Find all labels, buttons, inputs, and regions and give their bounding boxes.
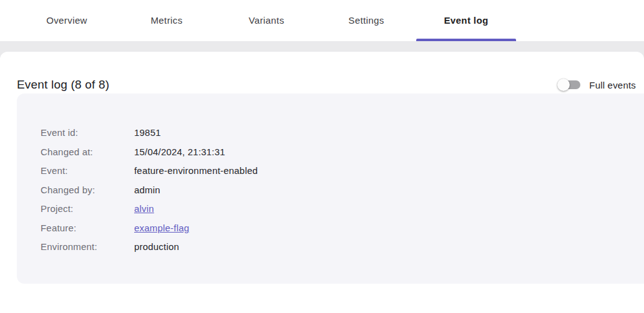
tab-bar: Overview Metrics Variants Settings Event… [0, 0, 644, 41]
event-row-environment: Environment: production [41, 238, 632, 257]
environment-value: production [134, 238, 179, 257]
event-row-label: Changed at: [41, 143, 134, 162]
tab-variants[interactable]: Variants [217, 0, 316, 41]
page-background-gap [0, 41, 644, 52]
event-row-label: Event id: [41, 123, 134, 143]
tab-event-log-label: Event log [444, 15, 488, 26]
changed-by-value: admin [134, 181, 160, 200]
event-row-label: Feature: [41, 219, 134, 238]
event-log-panel: Event log (8 of 8) Full events Event id:… [0, 52, 644, 313]
toggle-switch-icon[interactable] [557, 79, 580, 91]
tab-event-log[interactable]: Event log [416, 0, 516, 41]
event-type-value: feature-environment-enabled [134, 161, 258, 181]
tab-settings[interactable]: Settings [316, 0, 416, 41]
panel-header-row: Event log (8 of 8) Full events [0, 52, 644, 94]
event-row-label: Event: [41, 161, 134, 181]
event-row-project: Project: alvin [41, 200, 632, 219]
feature-link[interactable]: example-flag [134, 219, 189, 238]
event-row-label: Project: [41, 200, 134, 219]
full-events-toggle[interactable]: Full events [557, 79, 636, 91]
page-title: Event log (8 of 8) [17, 78, 109, 92]
event-row-event: Event: feature-environment-enabled [41, 161, 632, 181]
event-row-changed-at: Changed at: 15/04/2024, 21:31:31 [41, 143, 632, 162]
event-id-value: 19851 [134, 123, 161, 143]
toggle-thumb [557, 79, 570, 91]
tab-variants-label: Variants [248, 15, 284, 26]
tab-overview-label: Overview [46, 15, 87, 26]
event-row-label: Environment: [41, 238, 134, 257]
event-row-feature: Feature: example-flag [41, 219, 632, 238]
event-row-label: Changed by: [41, 181, 134, 200]
tab-metrics[interactable]: Metrics [117, 0, 217, 41]
project-link[interactable]: alvin [134, 200, 154, 219]
toggle-label: Full events [589, 80, 636, 90]
tab-metrics-label: Metrics [150, 15, 182, 26]
event-row-id: Event id: 19851 [41, 123, 632, 143]
event-row-changed-by: Changed by: admin [41, 181, 632, 200]
tab-overview[interactable]: Overview [17, 0, 117, 41]
event-card: Event id: 19851 Changed at: 15/04/2024, … [17, 94, 644, 284]
changed-at-value: 15/04/2024, 21:31:31 [134, 143, 225, 162]
tab-settings-label: Settings [348, 15, 384, 26]
